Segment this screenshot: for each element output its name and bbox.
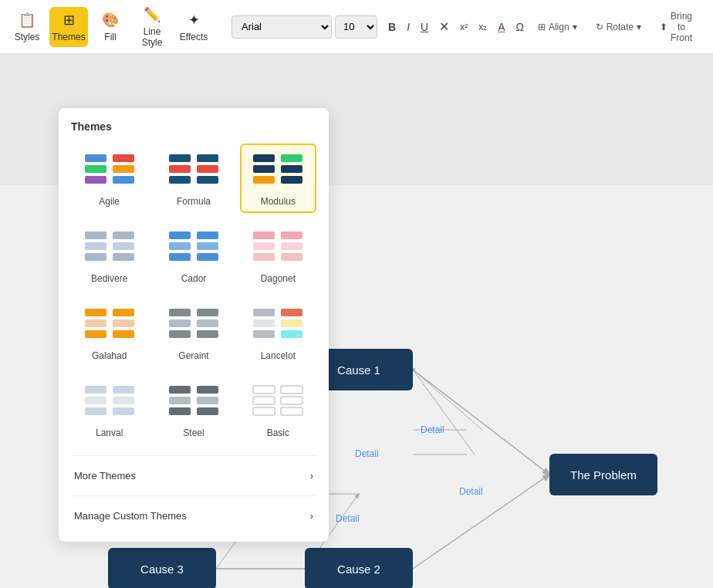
svg-rect-13 xyxy=(281,154,302,162)
svg-rect-32 xyxy=(253,242,275,250)
theme-dagonet[interactable]: Dagonet xyxy=(240,221,316,290)
svg-rect-50 xyxy=(253,319,275,327)
theme-lancelot[interactable]: Lancelot xyxy=(240,298,316,367)
effects-button[interactable]: ✦ Effects xyxy=(174,7,213,47)
svg-rect-57 xyxy=(113,397,134,404)
svg-rect-35 xyxy=(281,253,302,261)
the-problem-node[interactable]: The Problem xyxy=(549,454,657,495)
themes-dropdown: Themes Agile xyxy=(59,108,329,542)
svg-rect-55 xyxy=(113,386,134,394)
svg-rect-27 xyxy=(197,242,218,250)
theme-galahad[interactable]: Galahad xyxy=(71,298,147,367)
manage-themes-chevron-icon: › xyxy=(310,510,313,522)
theme-bedivere[interactable]: Bedivere xyxy=(71,221,147,290)
theme-modulus-label: Modulus xyxy=(261,196,296,207)
theme-basic-label: Basic xyxy=(267,427,289,438)
svg-rect-7 xyxy=(197,154,218,162)
theme-formula-label: Formula xyxy=(177,196,211,207)
svg-rect-9 xyxy=(197,165,218,173)
svg-rect-58 xyxy=(85,407,106,415)
svg-rect-36 xyxy=(85,309,106,316)
theme-basic[interactable]: Basic xyxy=(240,375,316,444)
font-color-button[interactable]: A xyxy=(493,18,509,36)
theme-agile-label: Agile xyxy=(99,196,120,207)
theme-galahad-icon xyxy=(79,306,140,346)
svg-rect-33 xyxy=(281,242,302,250)
svg-rect-2 xyxy=(85,165,106,173)
align-chevron-icon: ▾ xyxy=(573,22,577,32)
bold-button[interactable]: B xyxy=(384,18,400,36)
strikethrough-button[interactable]: ✕ xyxy=(434,16,454,37)
cause2-node[interactable]: Cause 2 xyxy=(305,548,413,588)
superscript-button[interactable]: x² xyxy=(455,19,472,35)
svg-rect-0 xyxy=(85,154,106,162)
svg-rect-42 xyxy=(169,309,191,316)
themes-button[interactable]: ⊞ Themes xyxy=(49,7,88,47)
svg-rect-37 xyxy=(113,309,134,316)
font-family-select[interactable]: Arial xyxy=(231,15,332,39)
cause3-node[interactable]: Cause 3 xyxy=(108,548,216,588)
svg-rect-10 xyxy=(169,176,191,184)
svg-rect-70 xyxy=(253,407,275,415)
theme-geraint[interactable]: Geraint xyxy=(155,298,231,367)
theme-steel[interactable]: Steel xyxy=(155,375,231,444)
subscript-button[interactable]: x₂ xyxy=(474,19,492,35)
svg-line-82 xyxy=(413,370,482,430)
svg-rect-52 xyxy=(253,330,275,338)
svg-rect-69 xyxy=(281,397,302,404)
themes-divider xyxy=(71,455,316,456)
theme-agile[interactable]: Agile xyxy=(71,144,147,213)
svg-rect-18 xyxy=(85,231,106,239)
svg-rect-66 xyxy=(253,386,275,394)
svg-rect-45 xyxy=(197,319,218,327)
svg-rect-1 xyxy=(113,154,134,162)
svg-rect-28 xyxy=(169,253,191,261)
rotate-chevron-icon: ▾ xyxy=(637,22,641,32)
svg-rect-20 xyxy=(85,242,106,250)
theme-formula[interactable]: Formula xyxy=(155,144,231,213)
theme-geraint-label: Geraint xyxy=(178,350,208,361)
svg-rect-48 xyxy=(253,309,275,316)
fill-button[interactable]: 🎨 Fill xyxy=(91,7,130,47)
theme-agile-icon xyxy=(79,151,140,191)
special-char-button[interactable]: Ω xyxy=(511,18,528,36)
theme-cador[interactable]: Cador xyxy=(155,221,231,290)
theme-lanval-icon xyxy=(79,383,140,423)
more-themes-item[interactable]: More Themes › xyxy=(71,462,316,489)
manage-custom-themes-item[interactable]: Manage Custom Themes › xyxy=(71,502,316,529)
italic-button[interactable]: I xyxy=(402,18,414,36)
svg-rect-6 xyxy=(169,154,191,162)
svg-line-83 xyxy=(413,370,475,455)
text-format-buttons: B I U ✕ x² x₂ A Ω xyxy=(384,16,529,37)
theme-cador-label: Cador xyxy=(181,273,207,284)
theme-bedivere-label: Bedivere xyxy=(91,273,127,284)
font-size-select[interactable]: 10 xyxy=(335,15,377,39)
theme-modulus-icon xyxy=(247,151,309,191)
svg-rect-4 xyxy=(85,176,106,184)
svg-rect-63 xyxy=(197,397,218,404)
theme-bedivere-icon xyxy=(79,228,140,269)
theme-modulus[interactable]: Modulus xyxy=(240,144,316,213)
underline-button[interactable]: U xyxy=(416,18,433,36)
theme-lanval-label: Lanval xyxy=(96,427,123,438)
svg-rect-68 xyxy=(253,397,275,404)
bring-front-button[interactable]: ⬆ Bring to Front xyxy=(654,8,698,46)
svg-rect-21 xyxy=(113,242,134,250)
svg-rect-49 xyxy=(281,309,302,316)
svg-rect-44 xyxy=(169,319,191,327)
rotate-button[interactable]: ↻ Rotate ▾ xyxy=(590,19,647,35)
effects-icon: ✦ xyxy=(188,12,200,29)
themes-grid: Agile Formula xyxy=(71,144,316,444)
svg-rect-24 xyxy=(169,231,191,239)
line-style-button[interactable]: ✏️ Line Style xyxy=(133,2,171,52)
svg-rect-31 xyxy=(281,231,302,239)
svg-rect-51 xyxy=(281,319,302,327)
theme-lanval[interactable]: Lanval xyxy=(71,375,147,444)
theme-lancelot-label: Lancelot xyxy=(261,350,296,361)
styles-button[interactable]: 📋 Styles xyxy=(8,7,46,47)
svg-rect-60 xyxy=(169,386,191,394)
align-button[interactable]: ⊞ Align ▾ xyxy=(532,19,583,35)
detail-label-6: Detail xyxy=(336,513,360,524)
svg-rect-54 xyxy=(85,386,106,394)
svg-rect-47 xyxy=(197,330,218,338)
